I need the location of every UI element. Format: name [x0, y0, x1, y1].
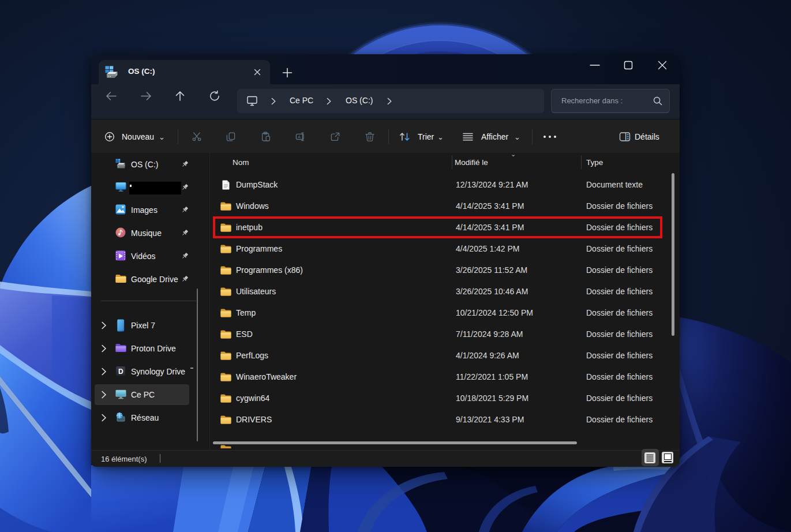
svg-text:D: D — [118, 368, 123, 376]
svg-text:A: A — [298, 134, 301, 140]
